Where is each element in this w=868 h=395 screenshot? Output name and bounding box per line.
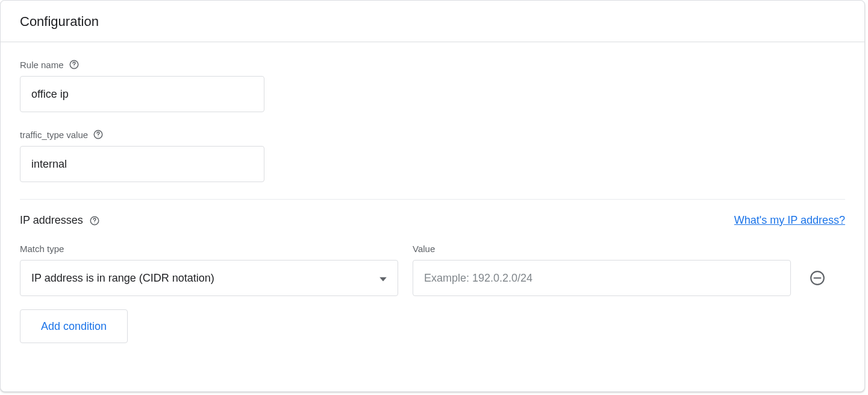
match-type-column: Match type IP address is in range (CIDR …: [20, 244, 398, 296]
rule-name-label: Rule name: [20, 60, 64, 70]
card-header: Configuration: [1, 1, 864, 42]
svg-point-1: [73, 66, 74, 67]
help-icon[interactable]: [89, 215, 100, 226]
help-icon[interactable]: [93, 129, 104, 140]
value-label: Value: [413, 244, 791, 254]
value-column: Value: [413, 244, 791, 296]
whats-my-ip-link[interactable]: What's my IP address?: [734, 214, 845, 227]
match-type-selected-value: IP address is in range (CIDR notation): [31, 272, 214, 285]
svg-point-5: [94, 223, 95, 223]
chevron-down-icon: [379, 272, 387, 285]
match-type-select[interactable]: IP address is in range (CIDR notation): [20, 260, 398, 296]
traffic-type-field: traffic_type value: [20, 129, 845, 182]
help-icon[interactable]: [69, 59, 80, 70]
ip-value-input[interactable]: [413, 260, 791, 296]
add-condition-button[interactable]: Add condition: [20, 309, 128, 343]
remove-condition-button[interactable]: [809, 270, 826, 286]
configuration-card: Configuration Rule name traffic_type val…: [0, 0, 865, 392]
rule-name-field: Rule name: [20, 59, 845, 112]
card-body: Rule name traffic_type value: [1, 42, 864, 355]
traffic-type-input[interactable]: [20, 146, 264, 182]
match-type-label: Match type: [20, 244, 398, 254]
condition-row: Match type IP address is in range (CIDR …: [20, 244, 845, 296]
section-divider: [20, 199, 845, 200]
rule-name-label-row: Rule name: [20, 59, 845, 70]
svg-point-3: [98, 136, 99, 137]
rule-name-input[interactable]: [20, 76, 264, 112]
ip-section-header: IP addresses What's my IP address?: [20, 214, 845, 227]
remove-column: [805, 260, 829, 296]
traffic-type-label-row: traffic_type value: [20, 129, 845, 140]
traffic-type-label: traffic_type value: [20, 130, 88, 140]
ip-section-title-wrap: IP addresses: [20, 214, 100, 227]
page-title: Configuration: [20, 14, 99, 29]
ip-addresses-title: IP addresses: [20, 214, 83, 227]
